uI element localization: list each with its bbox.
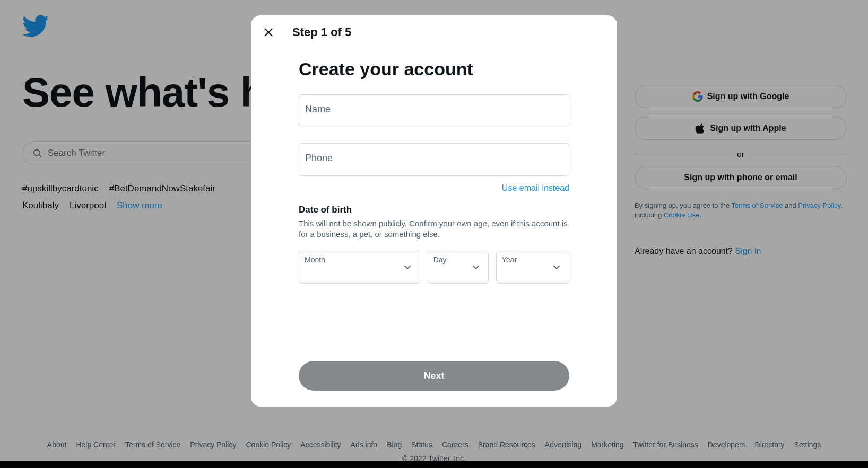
month-select-wrap: Month xyxy=(299,251,420,284)
name-input[interactable] xyxy=(299,94,569,127)
year-label: Year xyxy=(502,255,517,264)
day-label: Day xyxy=(433,255,447,264)
next-button[interactable]: Next xyxy=(299,361,569,391)
modal-title: Create your account xyxy=(299,59,569,80)
dob-description: This will not be shown publicly. Confirm… xyxy=(299,218,569,240)
signup-modal: Step 1 of 5 Create your account Name Pho… xyxy=(251,15,617,407)
close-button[interactable] xyxy=(259,23,277,41)
year-select-wrap: Year xyxy=(496,251,569,284)
use-email-instead-link[interactable]: Use email instead xyxy=(299,183,569,193)
close-icon xyxy=(263,27,274,38)
month-label: Month xyxy=(305,255,325,264)
step-label: Step 1 of 5 xyxy=(292,25,351,39)
name-field-wrap: Name xyxy=(299,94,569,127)
phone-field-wrap: Phone xyxy=(299,143,569,176)
phone-input[interactable] xyxy=(299,143,569,176)
dob-heading: Date of birth xyxy=(299,205,569,215)
day-select-wrap: Day xyxy=(428,251,489,284)
bottom-bar xyxy=(0,461,868,468)
